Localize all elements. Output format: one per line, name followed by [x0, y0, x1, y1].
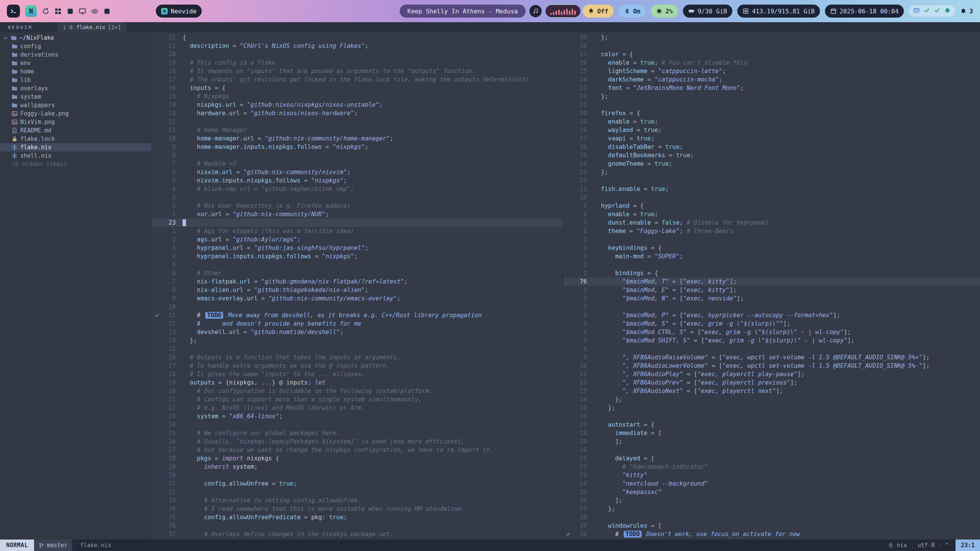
code-line[interactable]: 15 # Nixpkgs: [152, 92, 563, 101]
file-tree-item[interactable]: system: [0, 93, 152, 101]
code-line[interactable]: 12 # and doesn't provide any benefits fo…: [152, 320, 563, 328]
file-tree-item[interactable]: lib: [0, 76, 152, 84]
code-line[interactable]: 22 };: [563, 92, 980, 101]
code-line[interactable]: 10: [152, 303, 563, 311]
file-tree-item[interactable]: overlays: [0, 84, 152, 93]
code-line[interactable]: 15 };: [563, 404, 980, 412]
code-line[interactable]: 28 pkgs = import nixpkgs {: [152, 454, 563, 463]
code-line[interactable]: 7 # NeoVim <3: [152, 160, 563, 168]
code-line[interactable]: 4 hyprpanel.inputs.nixpkgs.follows = "ni…: [152, 252, 563, 261]
code-line[interactable]: 36: [152, 522, 563, 530]
tray-envelope-icon[interactable]: [913, 7, 920, 15]
code-line[interactable]: 24 "nextcloud --background": [563, 479, 980, 488]
code-line[interactable]: 30: [152, 471, 563, 479]
code-line[interactable]: 20 firefox = {: [563, 109, 980, 117]
code-line[interactable]: 14 nixpkgs.url = "github:nixos/nixpkgs/n…: [152, 101, 563, 109]
code-line[interactable]: 5: [152, 261, 563, 269]
code-line[interactable]: 11 ", XF86AudioPlay" = ["exec, playerctl…: [563, 370, 980, 378]
topbar-module-cpu[interactable]: 2%: [651, 5, 678, 18]
file-tree-item[interactable]: flake.nix: [0, 143, 152, 152]
code-line[interactable]: 13 };: [563, 168, 980, 176]
file-tree-item[interactable]: Foggy-Lake.png: [0, 109, 152, 118]
code-line[interactable]: 5 nixvim.inputs.nixpkgs.follows = "nixpk…: [152, 176, 563, 185]
code-line[interactable]: 13 ", XF86AudioNext" = ["exec, playerctl…: [563, 387, 980, 395]
code-line[interactable]: 16 disableTabBar = true;: [563, 143, 980, 151]
code-line[interactable]: 22 # e.g. NixOS (linux) and MacOS (darwi…: [152, 404, 563, 412]
code-line[interactable]: 1 bindings = {: [563, 269, 980, 277]
code-line[interactable]: 9 ", XF86AudioRaiseVolume" = ["exec, wpc…: [563, 353, 980, 362]
workspace-square-icon[interactable]: [103, 8, 111, 15]
code-line[interactable]: 5 "$mainMod, S" = ["exec, grim -g \"$(sl…: [563, 320, 980, 328]
code-line[interactable]: 7 nix-flatpak.url = "github:gmodena/nix-…: [152, 277, 563, 286]
code-line[interactable]: 12 ", XF86AudioPrev" = ["exec, playerctl…: [563, 378, 980, 387]
code-line[interactable]: 15: [152, 345, 563, 353]
notifications-module[interactable]: 3: [960, 8, 973, 15]
code-line[interactable]: 20 # Our configuration is buildable on t…: [152, 387, 563, 395]
code-line[interactable]: 21 delayed = [: [563, 454, 980, 463]
code-line[interactable]: 34 # I read somewhere that this is more …: [152, 505, 563, 513]
code-line[interactable]: 19 enable = true;: [563, 117, 980, 126]
code-line[interactable]: 11 # Home Manager: [152, 126, 563, 134]
code-line[interactable]: 23 font = "JetBrainsMono Nerd Font Mono"…: [563, 84, 980, 92]
code-line[interactable]: 13 devshell.url = "github:numtide/devshe…: [152, 328, 563, 336]
code-line[interactable]: 4 "$mainMod, P" = ["exec, hyprpicker --a…: [563, 311, 980, 320]
code-line[interactable]: 6 theme = "Foggy-Lake"; # Three-Bears: [563, 227, 980, 235]
code-line[interactable]: 16 # Outputs is a function that takes th…: [152, 353, 563, 362]
code-line[interactable]: 3: [152, 193, 563, 202]
code-line[interactable]: 20: [152, 50, 563, 59]
code-line[interactable]: 18 # It depends on "inputs" that are pas…: [152, 67, 563, 75]
workspace-refresh-icon[interactable]: [42, 8, 49, 15]
code-line[interactable]: 22 # "kdeconnect-indicator": [563, 463, 980, 471]
code-line[interactable]: 4 keybindings = {: [563, 244, 980, 252]
code-line[interactable]: 4 # blink-cmp.url = "github:saghen/blink…: [152, 185, 563, 193]
code-line[interactable]: 27 # but because we want to change the n…: [152, 446, 563, 454]
code-line[interactable]: ✓30 # TODO Doesn't work, use focus_on_ac…: [563, 530, 980, 538]
code-line[interactable]: 3: [563, 303, 980, 311]
active-window-badge[interactable]: N Neovide: [156, 5, 202, 18]
code-line[interactable]: 26 ];: [563, 496, 980, 505]
code-line[interactable]: ✓11 # TODO Move away from devshell, as i…: [152, 311, 563, 320]
code-line[interactable]: 23 system = "x86_64-linux";: [152, 412, 563, 421]
code-line[interactable]: 3 main-mod = "SUPER";: [563, 252, 980, 261]
code-line[interactable]: 10 home-manager.url = "github:nix-commun…: [152, 134, 563, 143]
workspace-grid-icon[interactable]: [54, 8, 62, 15]
code-line[interactable]: 32: [152, 488, 563, 496]
topbar-module-disk[interactable]: 413.19/915.81 GiB: [737, 5, 820, 18]
code-line[interactable]: 2 ags.url = "github:Aylur/ags";: [152, 235, 563, 244]
code-line[interactable]: 14 };: [152, 336, 563, 345]
file-tree-item[interactable]: ~/NixFlake: [0, 34, 152, 42]
code-line[interactable]: 21 description = "ChUrl's NixOS config u…: [152, 42, 563, 50]
workspace-eye-icon[interactable]: [91, 8, 98, 15]
file-tree-item[interactable]: env: [0, 59, 152, 67]
code-line[interactable]: 26 enable = true; # You can't disable th…: [563, 59, 980, 67]
code-line[interactable]: 19 # This config is a Flake.: [152, 59, 563, 67]
git-branch[interactable]: master: [34, 540, 72, 551]
buffer-tab-flake-nix[interactable]: 1 flake.nix [2+]: [57, 22, 126, 32]
neovim-logo-icon[interactable]: N: [25, 5, 37, 17]
code-line[interactable]: 9 hyprland = {: [563, 202, 980, 210]
code-line[interactable]: 2 "$mainMod, N" = ["exec, neovide"];: [563, 294, 980, 303]
launcher-button[interactable]: [7, 5, 20, 18]
code-line[interactable]: 17 # To handle extra arguments we use th…: [152, 362, 563, 370]
code-line[interactable]: 24 darkScheme = "catppuccin-mocha";: [563, 75, 980, 84]
code-line[interactable]: 29 };: [563, 33, 980, 42]
tray-check-icon[interactable]: [924, 7, 930, 15]
workspace-square-icon[interactable]: [67, 8, 74, 15]
code-line[interactable]: 8: [563, 345, 980, 353]
code-line[interactable]: 21 # Configs can support more than a sin…: [152, 395, 563, 404]
file-tree-item[interactable]: flake.lock: [0, 135, 152, 143]
code-line[interactable]: 17 # The inputs' git revisions get locke…: [152, 75, 563, 84]
code-line[interactable]: 7 dunst.enable = false; # Disable for hy…: [563, 218, 980, 227]
code-line[interactable]: 22{: [152, 33, 563, 42]
file-tree-item[interactable]: NixVim.png: [0, 118, 152, 126]
code-line[interactable]: 6 nixvim.url = "github:nix-community/nix…: [152, 168, 563, 176]
code-line[interactable]: 3 hyprpanel.url = "github:jas-singhfsu/h…: [152, 244, 563, 252]
code-line[interactable]: 10 ", XF86AudioLowerVolume" = ["exec, wp…: [563, 362, 980, 370]
code-line[interactable]: 27 color = {: [563, 50, 980, 59]
topbar-module-idle-inhibitor[interactable]: Off: [583, 5, 614, 18]
code-line[interactable]: 26 # Usually, "nixpkgs.legacyPackages.${…: [152, 437, 563, 446]
code-line[interactable]: 1 "$mainMod, E" = ["exec, kitty"];: [563, 286, 980, 294]
code-line[interactable]: 8: [152, 151, 563, 160]
code-line[interactable]: 12: [152, 117, 563, 126]
code-line[interactable]: 33 # Alternative to setting config.allow…: [152, 496, 563, 505]
